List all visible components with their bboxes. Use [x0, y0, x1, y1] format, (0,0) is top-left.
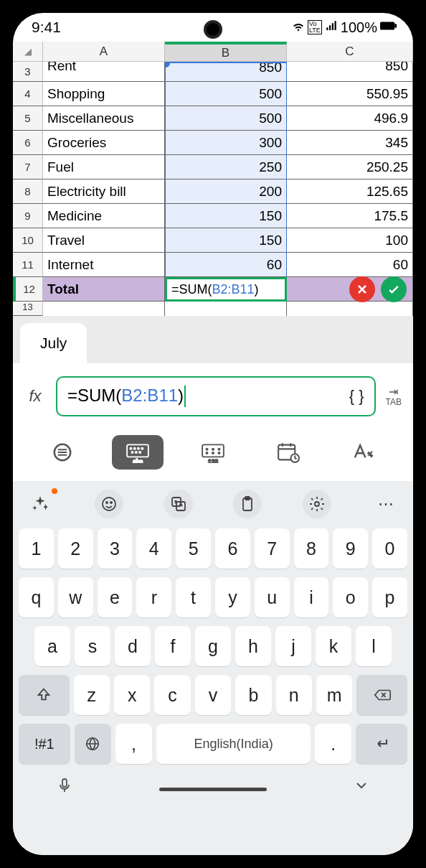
key-w[interactable]: w — [58, 577, 93, 617]
key-7[interactable]: 7 — [255, 528, 290, 569]
shift-key[interactable] — [19, 675, 70, 715]
cell[interactable]: Shopping — [43, 82, 165, 106]
function-picker-button[interactable]: { } — [349, 387, 364, 406]
row-9[interactable]: 9 Medicine 150 175.5 — [13, 204, 413, 228]
row-total[interactable]: 12 Total =SUM(B2:B11) — [13, 277, 413, 302]
cell[interactable]: Miscellaneous — [43, 106, 165, 131]
tab-key-button[interactable]: ⇥ TAB — [386, 386, 402, 406]
select-all-corner[interactable]: ◢ — [13, 42, 43, 62]
numeric-keyboard-button[interactable]: 123 — [187, 435, 239, 470]
symbols-key[interactable]: !#1 — [19, 724, 70, 764]
key-n[interactable]: n — [276, 675, 312, 715]
row-head[interactable]: 6 — [13, 131, 43, 155]
key-4[interactable]: 4 — [136, 528, 171, 569]
row-head[interactable]: 13 — [13, 302, 43, 316]
row-head[interactable]: 7 — [13, 155, 43, 179]
cancel-button[interactable] — [349, 276, 375, 302]
cell-selected[interactable]: 60 — [165, 253, 287, 277]
cell[interactable] — [43, 302, 165, 316]
total-label[interactable]: Total — [43, 277, 165, 302]
cell[interactable]: 550.95 — [287, 82, 413, 106]
cell[interactable] — [165, 302, 287, 316]
key-d[interactable]: d — [115, 626, 151, 666]
key-g[interactable]: g — [195, 626, 231, 666]
cell-selected[interactable]: 150 — [165, 204, 287, 228]
space-key[interactable]: English(India) — [156, 724, 311, 764]
cell-selected[interactable]: 850 — [165, 62, 287, 82]
backspace-key[interactable] — [356, 675, 407, 715]
active-formula-cell[interactable]: =SUM(B2:B11) — [165, 277, 287, 302]
key-6[interactable]: 6 — [215, 528, 250, 569]
row-4[interactable]: 4 Shopping 500 550.95 — [13, 82, 413, 106]
key-r[interactable]: r — [136, 577, 171, 617]
cell-selected[interactable]: 150 — [165, 228, 287, 253]
key-v[interactable]: v — [195, 675, 231, 715]
sheet-tab-july[interactable]: July — [20, 323, 87, 363]
home-indicator[interactable] — [159, 788, 267, 791]
sheet-tab-strip[interactable]: July — [13, 316, 413, 363]
key-c[interactable]: c — [154, 675, 190, 715]
key-m[interactable]: m — [316, 675, 352, 715]
key-h[interactable]: h — [235, 626, 271, 666]
key-j[interactable]: j — [275, 626, 311, 666]
row-5[interactable]: 5 Miscellaneous 500 496.9 — [13, 106, 413, 131]
cell-selected[interactable]: 500 — [165, 106, 287, 131]
row-head[interactable]: 4 — [13, 82, 43, 106]
comma-key[interactable]: , — [115, 724, 152, 764]
cell[interactable]: 125.65 — [287, 179, 413, 204]
cell[interactable]: Rent — [43, 62, 165, 82]
formula-input[interactable]: =SUM(B2:B11) { } — [56, 376, 376, 416]
collapse-keyboard-button[interactable] — [353, 777, 370, 797]
key-b[interactable]: b — [235, 675, 271, 715]
formula-mode-button[interactable] — [37, 435, 88, 470]
cell[interactable]: Groceries — [43, 131, 165, 155]
voice-input-button[interactable] — [56, 777, 73, 797]
keyboard-settings-button[interactable] — [303, 490, 331, 518]
language-key[interactable] — [75, 724, 111, 764]
cell[interactable]: Fuel — [43, 155, 165, 179]
cell[interactable] — [287, 302, 413, 316]
cell[interactable]: 100 — [287, 228, 413, 253]
translate-button[interactable] — [164, 490, 193, 518]
key-0[interactable]: 0 — [372, 528, 407, 569]
key-t[interactable]: t — [176, 577, 211, 617]
key-p[interactable]: p — [372, 577, 407, 617]
row-head[interactable]: 5 — [13, 106, 43, 131]
key-o[interactable]: o — [333, 577, 368, 617]
row-head[interactable]: 8 — [13, 179, 43, 204]
key-x[interactable]: x — [114, 675, 150, 715]
key-s[interactable]: s — [75, 626, 110, 666]
key-k[interactable]: k — [316, 626, 351, 666]
key-y[interactable]: y — [215, 577, 250, 617]
key-e[interactable]: e — [98, 577, 133, 617]
row-7[interactable]: 7 Fuel 250 250.25 — [13, 155, 413, 179]
row-head[interactable]: 9 — [13, 204, 43, 228]
row-head[interactable]: 10 — [13, 228, 43, 253]
row-10[interactable]: 10 Travel 150 100 — [13, 228, 413, 253]
key-1[interactable]: 1 — [19, 528, 54, 569]
key-f[interactable]: f — [155, 626, 191, 666]
col-head-a[interactable]: A — [43, 42, 165, 62]
row-head[interactable]: 12 — [13, 277, 43, 302]
enter-key[interactable] — [356, 724, 407, 764]
cell[interactable]: 850 — [287, 62, 413, 82]
selection-handle[interactable] — [165, 62, 170, 67]
cell-selected[interactable]: 200 — [165, 179, 287, 204]
row-head[interactable]: 3 — [13, 62, 43, 82]
cell-selected[interactable]: 250 — [165, 155, 287, 179]
key-2[interactable]: 2 — [58, 528, 93, 569]
key-i[interactable]: i — [294, 577, 329, 617]
key-5[interactable]: 5 — [176, 528, 211, 569]
spreadsheet[interactable]: ◢ A B C 3 Rent 850 850 4 Shopping 500 55… — [13, 42, 413, 316]
key-9[interactable]: 9 — [333, 528, 368, 569]
cell[interactable]: Electricity bill — [43, 179, 165, 204]
cell-selected[interactable]: 300 — [165, 131, 287, 155]
cell[interactable]: Medicine — [43, 204, 165, 228]
cell[interactable]: 60 — [287, 253, 413, 277]
more-options-button[interactable]: ⋯ — [371, 490, 400, 518]
row-13[interactable]: 13 — [13, 302, 413, 316]
key-l[interactable]: l — [356, 626, 392, 666]
cell[interactable]: 345 — [287, 131, 413, 155]
key-8[interactable]: 8 — [294, 528, 329, 569]
key-u[interactable]: u — [255, 577, 290, 617]
